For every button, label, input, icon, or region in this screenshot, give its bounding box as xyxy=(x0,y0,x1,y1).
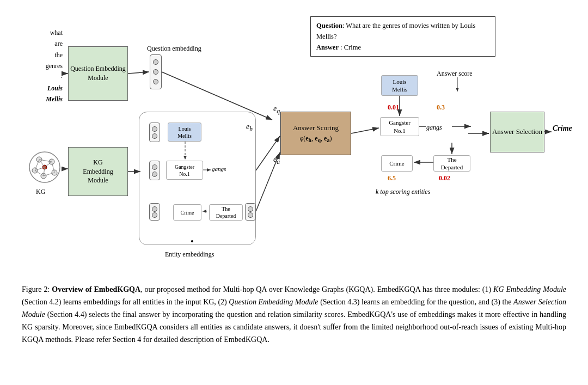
question-embedding-label: Question embedding xyxy=(147,45,201,53)
entity-node-crime: Crime xyxy=(173,204,201,221)
entity-departed-text: TheDeparted xyxy=(216,205,236,219)
qem-label: Question Embedding Module xyxy=(69,64,127,83)
kgem-box: KGEmbeddingModule xyxy=(68,147,128,196)
input-text: what are the genres · LouisMellis xyxy=(27,27,63,105)
entity-embeddings-label: Entity embeddings xyxy=(165,250,214,259)
input-line1: what xyxy=(27,27,63,38)
caption-p2: (Section 4.3) learns an embedding for th… xyxy=(318,298,514,306)
diagram-area: Question: What are the genres of movies … xyxy=(22,11,566,278)
caption-italic2: Question Embedding Module xyxy=(229,298,318,306)
cylinder-departed-ea xyxy=(245,203,256,221)
cylinder-louis-ea xyxy=(149,123,160,142)
entity-gangster-text: GangsterNo.1 xyxy=(175,163,194,178)
as-label2: φ(eh, eq, ea) xyxy=(300,133,332,144)
cylinder-crime-ea xyxy=(149,203,160,221)
entity-louis-text: LouisMellis xyxy=(177,125,192,139)
caption-fig: Figure 2: xyxy=(22,285,52,294)
graph-crime-text: Crime xyxy=(389,160,405,167)
entity-node-gangster: GangsterNo.1 xyxy=(166,161,203,180)
crime-output: Crime xyxy=(553,124,572,133)
svg-line-10 xyxy=(35,170,44,176)
gangs-label-ea: gangs xyxy=(212,166,226,172)
entity-node-louis: LouisMellis xyxy=(168,123,201,142)
ea-label: ea xyxy=(273,155,280,166)
asel-label: Answer Selection xyxy=(492,127,542,137)
graph-node-crime: Crime xyxy=(381,155,413,172)
caption-rest1: , our proposed method for Multi-hop QA o… xyxy=(140,285,493,294)
input-dot: · xyxy=(27,72,63,83)
graph-node-departed: TheDeparted xyxy=(433,155,470,172)
cyl-dot-1 xyxy=(153,59,158,65)
entity-node-departed: TheDeparted xyxy=(209,204,243,221)
caption-p3: (Section 4.4) selects the final answer b… xyxy=(22,310,566,344)
caption-italic1: KG Embedding Module xyxy=(493,285,566,294)
input-louis-mellis: LouisMellis xyxy=(27,83,63,105)
graph-node-louis: LouisMellis xyxy=(381,75,418,96)
input-line2: are xyxy=(27,38,63,49)
figure-caption: Figure 2: Overview of EmbedKGQA, our pro… xyxy=(22,283,566,346)
as-label1: Answer Scoring xyxy=(293,123,339,133)
answer-selection-box: Answer Selection xyxy=(490,112,544,152)
score-65: 6.5 xyxy=(388,174,396,182)
entity-crime-text: Crime xyxy=(181,210,194,216)
entity-dots: • xyxy=(191,237,194,247)
graph-departed-text: TheDeparted xyxy=(441,156,463,172)
eq-label: eq xyxy=(273,105,280,115)
kgem-label: KGEmbeddingModule xyxy=(83,158,113,185)
qem-box: Question Embedding Module xyxy=(68,46,128,101)
caption-p1: (Section 4.2) learns embeddings for all … xyxy=(22,298,229,306)
gangs-label-r: gangs xyxy=(426,124,442,132)
answer-scoring-box: Answer Scoring φ(eh, eq, ea) xyxy=(280,112,351,155)
cyl-dot-2 xyxy=(153,69,158,75)
cylinder-gangster-ea xyxy=(149,161,160,180)
kg-label: KG xyxy=(36,188,45,196)
question-label: Question: What are the genres of movies … xyxy=(316,22,475,40)
svg-line-25 xyxy=(351,128,379,133)
caption-bold: Overview of EmbedKGQA xyxy=(52,285,140,294)
question-embedding-cylinder xyxy=(150,54,162,89)
input-line4: genres xyxy=(27,60,63,71)
k-top-label: k top scoring entities xyxy=(376,188,430,196)
question-box: Question: What are the genres of movies … xyxy=(310,16,495,57)
graph-gangster-text: GangsterNo.1 xyxy=(389,119,411,135)
svg-line-19 xyxy=(128,72,149,74)
score-03: 0.3 xyxy=(437,103,445,112)
graph-louis-text: LouisMellis xyxy=(392,78,407,94)
graph-node-gangster: GangsterNo.1 xyxy=(380,117,419,136)
answer-score-label: Answer score xyxy=(437,70,473,78)
input-line3: the xyxy=(27,50,63,60)
kg-graph xyxy=(27,150,63,185)
answer-label: Answer : Crime xyxy=(316,44,361,51)
score-002: 0.02 xyxy=(439,174,450,182)
score-001: 0.01 xyxy=(388,103,399,112)
cyl-dot-3 xyxy=(153,79,158,84)
